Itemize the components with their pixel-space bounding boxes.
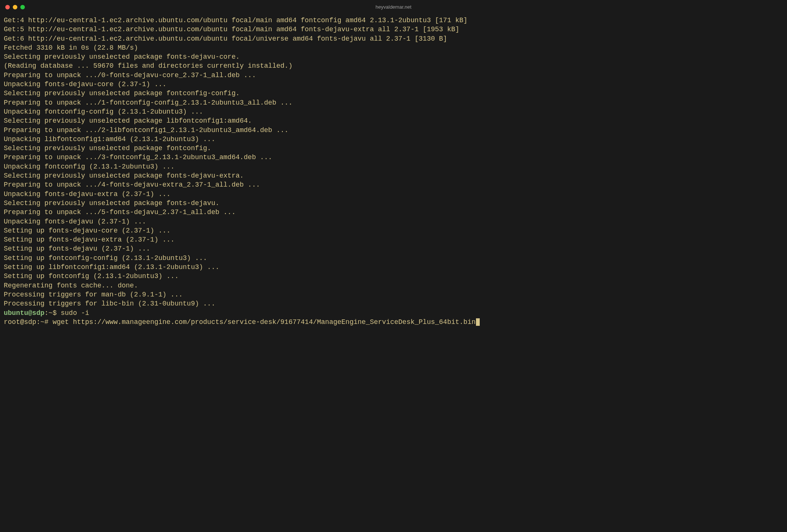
output-line: Unpacking fonts-dejavu-extra (2.37-1) ..… <box>4 190 783 199</box>
output-line: Preparing to unpack .../4-fonts-dejavu-e… <box>4 180 783 189</box>
window-title: heyvaldemar.net <box>0 4 787 11</box>
prompt-user: ubuntu@sdp <box>4 309 44 317</box>
terminal-output[interactable]: Get:4 http://eu-central-1.ec2.archive.ub… <box>0 14 787 532</box>
cursor-icon <box>476 318 480 326</box>
prompt-path: ~# <box>40 318 52 326</box>
output-line: Preparing to unpack .../2-libfontconfig1… <box>4 126 783 135</box>
output-line: Setting up fontconfig-config (2.13.1-2ub… <box>4 254 783 263</box>
output-line: Get:4 http://eu-central-1.ec2.archive.ub… <box>4 16 783 25</box>
output-line: Fetched 3310 kB in 0s (22.8 MB/s) <box>4 43 783 52</box>
maximize-icon[interactable] <box>20 5 25 9</box>
output-line: Selecting previously unselected package … <box>4 89 783 98</box>
output-line: Selecting previously unselected package … <box>4 199 783 208</box>
prompt-line[interactable]: ubuntu@sdp:~$ sudo -i <box>4 309 783 318</box>
titlebar: heyvaldemar.net <box>0 0 787 14</box>
command-text: wget https://www.manageengine.com/produc… <box>53 318 476 326</box>
prompt-line[interactable]: root@sdp:~# wget https://www.manageengin… <box>4 318 783 327</box>
output-line: Processing triggers for man-db (2.9.1-1)… <box>4 290 783 299</box>
output-line: Unpacking libfontconfig1:amd64 (2.13.1-2… <box>4 135 783 144</box>
prompt-user: root@sdp <box>4 318 36 326</box>
close-icon[interactable] <box>5 5 10 9</box>
traffic-lights <box>5 5 25 9</box>
output-line: Regenerating fonts cache... done. <box>4 281 783 290</box>
output-line: Setting up fontconfig (2.13.1-2ubuntu3) … <box>4 272 783 281</box>
output-line: Unpacking fonts-dejavu-core (2.37-1) ... <box>4 80 783 89</box>
output-line: Unpacking fonts-dejavu (2.37-1) ... <box>4 217 783 226</box>
output-line: Selecting previously unselected package … <box>4 52 783 61</box>
terminal-window: heyvaldemar.net Get:4 http://eu-central-… <box>0 0 787 532</box>
output-line: Preparing to unpack .../0-fonts-dejavu-c… <box>4 71 783 80</box>
output-line: Preparing to unpack .../5-fonts-dejavu_2… <box>4 208 783 217</box>
output-line: Unpacking fontconfig (2.13.1-2ubuntu3) .… <box>4 162 783 171</box>
output-line: Setting up fonts-dejavu-extra (2.37-1) .… <box>4 235 783 244</box>
prompt-separator: : <box>36 318 40 326</box>
output-line: Setting up libfontconfig1:amd64 (2.13.1-… <box>4 263 783 272</box>
command-text: sudo -i <box>61 309 89 317</box>
output-line: Preparing to unpack .../1-fontconfig-con… <box>4 98 783 107</box>
prompt-separator: : <box>44 309 49 317</box>
output-line: Processing triggers for libc-bin (2.31-0… <box>4 299 783 308</box>
output-line: Selecting previously unselected package … <box>4 116 783 125</box>
output-line: Selecting previously unselected package … <box>4 171 783 180</box>
output-line: Get:6 http://eu-central-1.ec2.archive.ub… <box>4 34 783 43</box>
output-line: (Reading database ... 59670 files and di… <box>4 61 783 70</box>
output-line: Selecting previously unselected package … <box>4 144 783 153</box>
minimize-icon[interactable] <box>13 5 17 9</box>
output-line: Unpacking fontconfig-config (2.13.1-2ubu… <box>4 107 783 116</box>
output-line: Preparing to unpack .../3-fontconfig_2.1… <box>4 153 783 162</box>
prompt-path: ~$ <box>49 309 61 317</box>
output-line: Setting up fonts-dejavu-core (2.37-1) ..… <box>4 226 783 235</box>
output-line: Get:5 http://eu-central-1.ec2.archive.ub… <box>4 25 783 34</box>
output-line: Setting up fonts-dejavu (2.37-1) ... <box>4 244 783 253</box>
